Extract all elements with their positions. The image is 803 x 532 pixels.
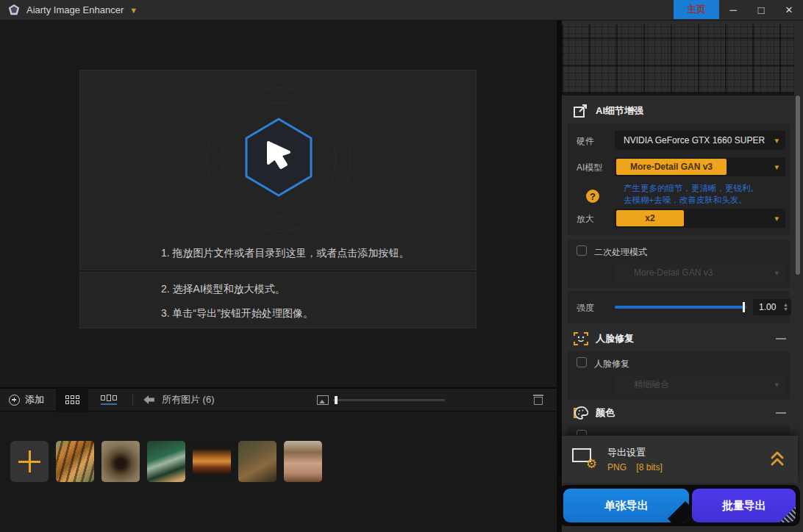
export-settings-icon: ⚙ (572, 448, 597, 470)
grid-view-icon (65, 395, 79, 404)
toolbar-divider (132, 394, 133, 406)
second-pass-label: 二次处理模式 (594, 246, 647, 259)
close-button[interactable]: ✕ (775, 1, 803, 20)
scale-select[interactable]: x2 ▾ (615, 209, 785, 228)
drop-zone[interactable]: 1. 拖放图片文件或者目录到这里，或者点击添加按钮。 2. 选择AI模型和放大模… (79, 70, 477, 328)
minimize-button[interactable]: ─ (719, 1, 747, 20)
face-mode-select: 精细融合 ▾ (615, 375, 785, 394)
color-checkbox-partial[interactable] (577, 430, 587, 435)
thumbnail-strip (0, 414, 557, 532)
titlebar: Aiarty Image Enhancer ▼ 主页 ─ □ ✕ (0, 0, 803, 21)
strength-value: 1.00 (759, 302, 783, 312)
export-format: PNG (607, 462, 627, 472)
drop-zone-upper[interactable]: 1. 拖放图片文件或者目录到这里，或者点击添加按钮。 (79, 70, 477, 270)
instruction-step-2: 2. 选择AI模型和放大模式。 (161, 283, 285, 296)
export-single-button[interactable]: 单张导出 (563, 489, 689, 522)
face-icon (574, 332, 588, 345)
section-title: 颜色 (596, 406, 615, 420)
strength-label: 强度 (577, 302, 594, 314)
app-menu-chevron-icon[interactable]: ▼ (129, 6, 138, 15)
collapse-face-section-icon[interactable] (776, 338, 786, 339)
hardware-value: NVIDIA GeForce GTX 1660 SUPER (624, 135, 765, 145)
section-header-color: 颜色 (574, 406, 615, 420)
help-icon[interactable]: ? (586, 190, 599, 203)
model-description-line-1: 产生更多的细节，更清晰，更锐利。 (624, 182, 759, 194)
chevron-down-icon: ▾ (774, 214, 779, 223)
strength-box: 强度 1.00 ▲▼ (568, 291, 790, 323)
thumbnail-dog[interactable] (238, 441, 276, 482)
compare-view-button[interactable] (93, 388, 125, 412)
enhance-icon (574, 104, 588, 118)
hardware-select[interactable]: NVIDIA GeForce GTX 1660 SUPER ▾ (615, 131, 785, 150)
add-image-tile[interactable] (10, 441, 49, 482)
app-title: Aiarty Image Enhancer (26, 4, 124, 15)
section-header-face-restore: 人脸修复 (574, 332, 634, 345)
left-column: 1. 拖放图片文件或者目录到这里，或者点击添加按钮。 2. 选择AI模型和放大模… (0, 21, 557, 532)
chevron-down-icon: ▾ (774, 136, 779, 145)
strength-slider[interactable] (615, 306, 747, 309)
face-restore-checkbox[interactable] (577, 357, 587, 367)
drop-zone-lower: 2. 选择AI模型和放大模式。 3. 单击“导出”按钮开始处理图像。 (79, 272, 477, 328)
compare-view-icon (101, 395, 117, 405)
collapse-color-section-icon[interactable] (776, 412, 786, 414)
delete-icon[interactable] (533, 394, 543, 406)
gallery-toolbar: 添加 所有图片 (6) (0, 387, 557, 411)
thumbnail-butterfly[interactable] (101, 441, 140, 482)
face-restore-label: 人脸修复 (594, 358, 629, 370)
stepper-down-icon: ▼ (783, 307, 788, 312)
add-images-button[interactable]: 添加 (9, 393, 44, 406)
model-select[interactable]: More-Detail GAN v3 ▾ (615, 157, 785, 176)
thumbnail-woman-portrait[interactable] (284, 441, 322, 482)
instruction-step-3: 3. 单击“导出”按钮开始处理图像。 (161, 307, 313, 320)
app-logo-icon (7, 4, 21, 17)
thumbnail-burger[interactable] (193, 441, 231, 482)
second-pass-checkbox[interactable] (577, 245, 587, 256)
app-window: Aiarty Image Enhancer ▼ 主页 ─ □ ✕ 1 (0, 0, 803, 532)
export-settings-title: 导出设置 (607, 446, 663, 459)
settings-scrollbar[interactable] (796, 96, 800, 275)
add-images-label: 添加 (25, 393, 44, 406)
strength-value-box[interactable]: 1.00 ▲▼ (753, 299, 791, 315)
double-chevron-up-icon[interactable] (770, 450, 785, 467)
section-header-detail-enhance: AI细节增强 (574, 104, 643, 118)
detail-enhance-box: 硬件 NVIDIA GeForce GTX 1660 SUPER ▾ AI模型 … (568, 123, 790, 235)
settings-panel: AI细节增强 硬件 NVIDIA GeForce GTX 1660 SUPER … (562, 21, 803, 532)
face-mode-value: 精细融合 (634, 378, 669, 391)
slider-handle[interactable] (743, 302, 745, 312)
panel-divider (557, 21, 562, 532)
grid-view-button[interactable] (56, 388, 88, 412)
stepper-arrows[interactable]: ▲▼ (783, 303, 788, 312)
export-batch-button[interactable]: 批量导出 (692, 489, 796, 522)
model-chip: More-Detail GAN v3 (616, 159, 727, 175)
second-pass-model-select: More-Detail GAN v3 ▾ (615, 263, 785, 282)
scale-chip: x2 (616, 210, 684, 226)
scale-label: 放大 (577, 213, 594, 226)
export-settings-text: 导出设置 PNG [8 bits] (607, 446, 663, 472)
slider-fill (615, 306, 743, 309)
thumbnail-size-icon (317, 395, 329, 405)
second-pass-box: 二次处理模式 More-Detail GAN v3 ▾ (568, 240, 790, 288)
home-button[interactable]: 主页 (674, 0, 719, 19)
gear-icon: ⚙ (586, 458, 597, 470)
export-buttons-container: 单张导出 批量导出 (559, 485, 800, 526)
export-bit-depth: [8 bits] (636, 462, 662, 472)
maximize-button[interactable]: □ (747, 1, 775, 20)
second-pass-model-value: More-Detail GAN v3 (634, 267, 713, 278)
model-label: AI模型 (577, 162, 602, 174)
export-settings-bar[interactable]: ⚙ 导出设置 PNG [8 bits] (562, 436, 798, 483)
image-filter-button[interactable]: 所有图片 (6) (143, 393, 215, 406)
face-restore-box: 人脸修复 精细融合 ▾ (568, 351, 790, 400)
palette-icon (574, 406, 588, 420)
color-box-clipped (568, 425, 790, 435)
thumbnail-tiger[interactable] (56, 441, 94, 482)
drop-hexagon-icon (242, 116, 315, 198)
hardware-label: 硬件 (577, 135, 594, 148)
chevron-down-icon: ▾ (774, 162, 779, 172)
model-description-line-2: 去模糊+去噪，改善皮肤和头发。 (624, 194, 759, 206)
model-description: 产生更多的细节，更清晰，更锐利。 去模糊+去噪，改善皮肤和头发。 (624, 182, 759, 206)
slider-handle[interactable] (335, 396, 338, 404)
plus-circle-icon (9, 395, 20, 406)
preview-grid-area (562, 24, 794, 96)
thumbnail-forest-still-life[interactable] (147, 441, 185, 482)
thumbnail-size-slider[interactable] (333, 399, 445, 401)
